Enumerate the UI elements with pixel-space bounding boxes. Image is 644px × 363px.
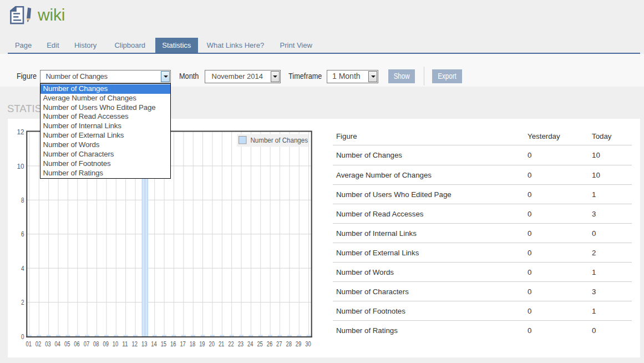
svg-text:03: 03 [45, 340, 50, 348]
svg-text:08: 08 [93, 340, 99, 348]
svg-text:Number of Changes: Number of Changes [251, 135, 308, 144]
svg-text:26: 26 [267, 340, 272, 348]
svg-text:13: 13 [141, 340, 147, 348]
svg-text:16: 16 [170, 340, 176, 348]
svg-text:6: 6 [21, 230, 24, 238]
svg-text:0: 0 [21, 332, 24, 340]
svg-text:11: 11 [122, 340, 128, 348]
svg-text:29: 29 [296, 340, 301, 348]
svg-text:18: 18 [190, 340, 195, 348]
svg-text:09: 09 [103, 340, 108, 348]
svg-text:24: 24 [247, 340, 253, 348]
svg-text:10: 10 [113, 340, 118, 348]
svg-text:04: 04 [55, 340, 60, 348]
svg-text:25: 25 [257, 340, 262, 348]
svg-text:30: 30 [305, 340, 311, 348]
svg-text:4: 4 [21, 264, 24, 272]
svg-text:12: 12 [17, 128, 24, 136]
svg-text:20: 20 [209, 340, 215, 348]
svg-text:19: 19 [199, 340, 205, 348]
svg-text:01: 01 [26, 340, 32, 348]
svg-text:15: 15 [161, 340, 166, 348]
svg-text:2: 2 [21, 298, 24, 306]
svg-text:23: 23 [238, 340, 244, 348]
svg-text:14: 14 [151, 340, 156, 348]
svg-text:05: 05 [64, 340, 70, 348]
svg-text:27: 27 [276, 340, 282, 348]
svg-text:8: 8 [21, 195, 24, 204]
svg-text:10: 10 [17, 162, 24, 170]
svg-text:17: 17 [180, 340, 185, 348]
svg-text:22: 22 [228, 340, 234, 348]
svg-text:12: 12 [132, 340, 138, 348]
svg-text:07: 07 [84, 340, 89, 348]
svg-text:28: 28 [286, 340, 291, 348]
svg-text:02: 02 [36, 340, 41, 348]
svg-text:21: 21 [219, 340, 224, 348]
svg-text:06: 06 [74, 340, 79, 348]
